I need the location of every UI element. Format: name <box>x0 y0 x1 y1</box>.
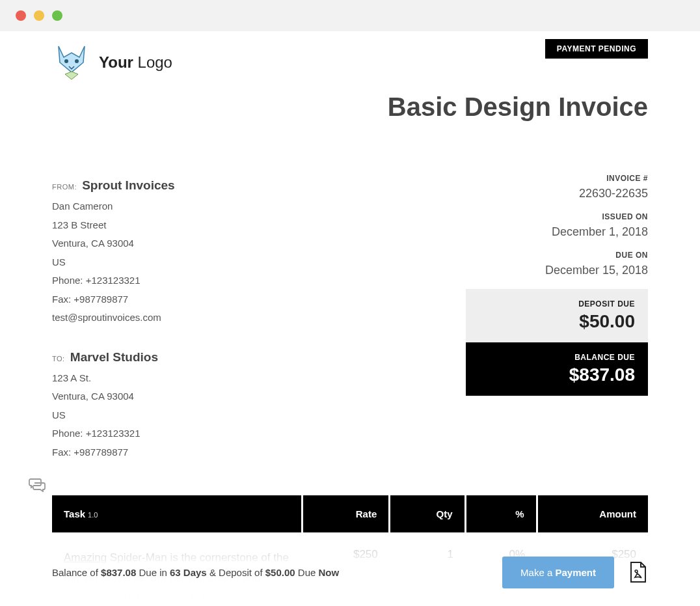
col-pct: % <box>465 495 537 532</box>
status-badge: PAYMENT PENDING <box>545 39 648 59</box>
to-street: 123 A St. <box>52 369 175 388</box>
footer-now: Now <box>319 567 340 578</box>
pay-btn-pre: Make a <box>520 567 555 578</box>
footer-text: Balance of <box>52 567 101 578</box>
balance-due-label: BALANCE DUE <box>479 353 635 362</box>
logo-text: Your Logo <box>99 53 172 72</box>
pay-btn-bold: Payment <box>555 567 596 578</box>
logo-block: Your Logo <box>52 39 172 82</box>
col-rate: Rate <box>303 495 390 532</box>
invoice-number-label: INVOICE # <box>466 174 648 183</box>
logo-text-light: Logo <box>133 53 172 71</box>
logo-icon <box>52 43 91 82</box>
minimize-window-icon[interactable] <box>34 10 44 21</box>
due-label: DUE ON <box>466 251 648 260</box>
from-fax: Fax: +987789877 <box>52 290 175 309</box>
footer-bar: Balance of $837.08 Due in 63 Days & Depo… <box>0 538 700 606</box>
from-country: US <box>52 253 175 272</box>
col-task-version: 1.0 <box>88 511 98 519</box>
pdf-icon[interactable] <box>628 561 648 583</box>
from-label: FROM: <box>52 183 77 191</box>
to-block: TO: Marvel Studios 123 A St. Ventura, CA… <box>52 346 175 462</box>
col-qty: Qty <box>390 495 465 532</box>
to-country: US <box>52 406 175 425</box>
issued-date: December 1, 2018 <box>466 225 648 239</box>
maximize-window-icon[interactable] <box>52 10 62 21</box>
from-name: Sprout Invoices <box>82 178 175 192</box>
balance-due-box: BALANCE DUE $837.08 <box>466 342 648 396</box>
from-block: FROM: Sprout Invoices Dan Cameron 123 B … <box>52 174 175 327</box>
svg-point-1 <box>75 59 79 63</box>
chat-icon[interactable] <box>29 478 46 496</box>
footer-text: & Deposit of <box>207 567 265 578</box>
to-name: Marvel Studios <box>70 350 158 364</box>
to-fax: Fax: +987789877 <box>52 443 175 462</box>
to-label: TO: <box>52 355 65 363</box>
due-date: December 15, 2018 <box>466 264 648 277</box>
footer-text: Due in <box>136 567 170 578</box>
col-task: Task1.0 <box>52 495 303 532</box>
footer-days: 63 Days <box>170 567 207 578</box>
col-amount: Amount <box>537 495 648 532</box>
window-titlebar <box>0 0 700 31</box>
svg-point-0 <box>64 59 68 63</box>
deposit-due-label: DEPOSIT DUE <box>479 299 635 309</box>
footer-balance: $837.08 <box>101 567 136 578</box>
from-email: test@sproutinvoices.com <box>52 309 175 327</box>
footer-deposit: $50.00 <box>265 567 295 578</box>
close-window-icon[interactable] <box>16 10 26 21</box>
col-task-label: Task <box>64 508 85 519</box>
from-phone: Phone: +123123321 <box>52 271 175 290</box>
footer-text: Due <box>295 567 319 578</box>
make-payment-button[interactable]: Make a Payment <box>502 557 614 588</box>
from-contact: Dan Cameron <box>52 197 175 216</box>
invoice-number: 22630-22635 <box>466 187 648 200</box>
invoice-title: Basic Design Invoice <box>52 92 648 122</box>
from-street: 123 B Street <box>52 216 175 235</box>
logo-text-bold: Your <box>99 53 133 71</box>
deposit-due-amount: $50.00 <box>479 311 635 332</box>
issued-label: ISSUED ON <box>466 212 648 221</box>
footer-summary: Balance of $837.08 Due in 63 Days & Depo… <box>52 567 339 578</box>
invoice-meta: INVOICE # 22630-22635 ISSUED ON December… <box>466 174 648 277</box>
from-city: Ventura, CA 93004 <box>52 234 175 253</box>
balance-due-amount: $837.08 <box>479 365 635 385</box>
deposit-due-box: DEPOSIT DUE $50.00 <box>466 289 648 342</box>
to-phone: Phone: +123123321 <box>52 424 175 443</box>
to-city: Ventura, CA 93004 <box>52 387 175 406</box>
